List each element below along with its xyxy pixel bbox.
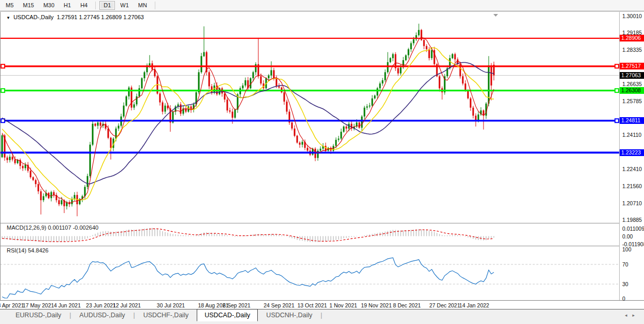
- symbol-tab-audusddaily[interactable]: AUDUSD-,Daily: [71, 309, 133, 321]
- price-axis: [619, 12, 644, 300]
- y-axis-label: 1.28335: [622, 47, 642, 53]
- chart-ohlc-values: 1.27591 1.27745 1.26809 1.27063: [57, 14, 144, 20]
- x-axis-label: 30 Jul 2021: [157, 302, 185, 308]
- x-axis-label: 1 Nov 2021: [329, 302, 357, 308]
- tab-scroll-right-icon[interactable]: ▸: [632, 313, 640, 318]
- y-axis-label: 1.30010: [622, 13, 642, 19]
- line-price-label: 1.24811: [620, 117, 644, 124]
- rsi-indicator-label: RSI(14) 54.8426: [7, 247, 49, 253]
- chart-canvas[interactable]: [0, 12, 619, 300]
- toolbar-separator: [155, 2, 155, 9]
- tab-scroll-arrows[interactable]: ◂▸: [625, 313, 640, 318]
- symbol-tab-eurusddaily[interactable]: EURUSD-,Daily: [7, 309, 69, 321]
- chart-symbol-label: USDCAD-,Daily: [13, 14, 54, 20]
- tab-separator: |: [320, 312, 322, 319]
- symbol-tab-usdcaddaily[interactable]: USDCAD-,Daily: [197, 309, 258, 321]
- x-axis-label: 12 Jul 2021: [113, 302, 141, 308]
- symbol-tab-usdcnhdaily[interactable]: USDCNH-,Daily: [258, 309, 320, 321]
- symbol-tab-bar: EURUSD-,Daily|AUDUSD-,Daily|USDCHF-,Dail…: [0, 309, 644, 324]
- macd-axis-label: 0.00: [622, 233, 633, 240]
- hline-handle[interactable]: [1, 89, 5, 92]
- timeframe-button-H4[interactable]: H4: [76, 1, 92, 10]
- x-axis-label: 19 Nov 2021: [361, 302, 392, 308]
- line-price-label: 1.27517: [620, 63, 644, 69]
- y-axis-label: 1.21560: [622, 183, 642, 189]
- x-axis-label: 24 Sep 2021: [264, 302, 295, 308]
- timeframe-button-W1[interactable]: W1: [116, 1, 133, 10]
- timeframe-toolbar: M5M15M30H1H4D1W1MN: [0, 0, 644, 11]
- timeframe-button-MN[interactable]: MN: [134, 1, 151, 10]
- x-axis-label: 17 May 2021: [23, 302, 54, 308]
- chart-window: ▼USDCAD-,Daily 1.27591 1.27745 1.26809 1…: [0, 11, 644, 309]
- rsi-axis-label: 100: [622, 246, 632, 252]
- y-axis-label: 1.20710: [622, 200, 642, 206]
- rsi-axis-label: 70: [622, 261, 628, 267]
- macd-indicator-label: MACD(12,26,9) 0.001107 -0.002640: [7, 224, 98, 231]
- timeframe-button-M5[interactable]: M5: [2, 1, 18, 10]
- line-price-label: 1.28906: [620, 35, 644, 41]
- y-axis-label: 1.22410: [622, 166, 642, 172]
- x-axis-label: 14 Jan 2022: [459, 302, 489, 308]
- timeframe-button-M30[interactable]: M30: [39, 1, 58, 10]
- current-price-label: 1.27063: [620, 72, 644, 79]
- symbol-dropdown-icon[interactable]: ▼: [6, 16, 10, 20]
- y-axis-label: 1.26635: [622, 81, 642, 87]
- symbol-tab-usdchfdaily[interactable]: USDCHF-,Daily: [135, 309, 197, 321]
- date-axis: 28 Apr 202117 May 20214 Jun 202123 Jun 2…: [0, 300, 644, 309]
- x-axis-label: 28 Apr 2021: [0, 302, 24, 308]
- y-axis-label: 1.19885: [622, 217, 642, 223]
- macd-axis-label: 0.011009: [622, 226, 644, 232]
- timeframe-button-M15[interactable]: M15: [19, 1, 38, 10]
- y-axis-label: 1.25785: [622, 98, 642, 104]
- timeframe-button-H1[interactable]: H1: [60, 1, 75, 10]
- x-axis-label: 27 Dec 2021: [429, 302, 460, 308]
- toolbar-separator: [95, 2, 96, 9]
- line-price-label: 1.26308: [620, 87, 644, 94]
- x-axis-label: 13 Oct 2021: [297, 302, 327, 308]
- x-axis-label: 8 Dec 2021: [393, 302, 421, 308]
- chart-shift-marker: [493, 14, 498, 17]
- tab-scroll-left-icon[interactable]: ◂: [625, 313, 633, 318]
- y-axis-label: 1.24110: [622, 132, 641, 138]
- line-price-label: 1.23223: [620, 149, 644, 156]
- hline-handle[interactable]: [615, 119, 619, 122]
- hline-handle[interactable]: [615, 64, 619, 68]
- rsi-axis-label: 0: [622, 295, 625, 302]
- hline-handle[interactable]: [1, 64, 5, 68]
- timeframe-button-D1[interactable]: D1: [99, 1, 115, 10]
- chart-title: ▼USDCAD-,Daily 1.27591 1.27745 1.26809 1…: [6, 14, 144, 20]
- hline-handle[interactable]: [615, 89, 619, 92]
- x-axis-label: 23 Jun 2021: [86, 302, 116, 308]
- rsi-axis-label: 30: [622, 281, 628, 287]
- x-axis-label: 6 Sep 2021: [223, 302, 251, 308]
- x-axis-label: 4 Jun 2021: [54, 302, 81, 308]
